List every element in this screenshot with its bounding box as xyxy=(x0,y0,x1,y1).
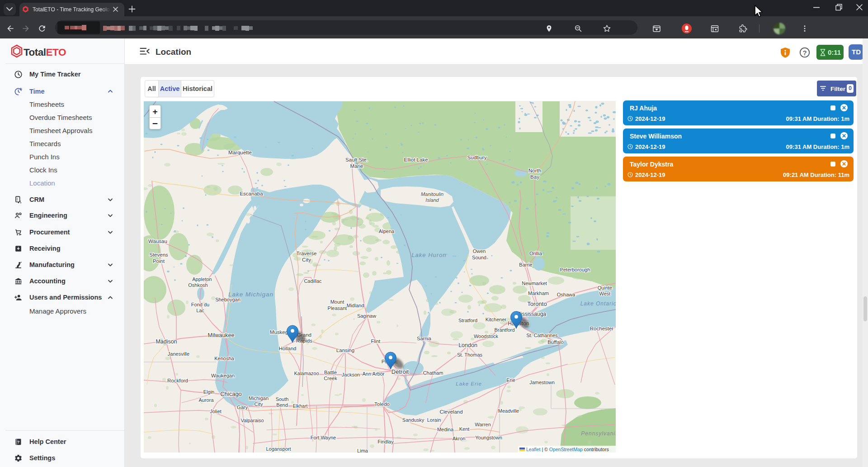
svg-text:Lorain: Lorain xyxy=(427,417,441,423)
svg-text:Fond du: Fond du xyxy=(191,302,209,307)
svg-text:St. Catharines: St. Catharines xyxy=(526,333,558,338)
svg-text:Marie: Marie xyxy=(350,163,363,169)
svg-text:Sandusky: Sandusky xyxy=(402,417,425,423)
svg-text:Oshawa: Oshawa xyxy=(557,292,576,297)
svg-text:Kitchener: Kitchener xyxy=(486,317,507,322)
svg-text:Sound: Sound xyxy=(472,255,486,260)
svg-text:Mount: Mount xyxy=(330,299,344,305)
svg-text:Rochester: Rochester xyxy=(590,326,614,331)
svg-text:Traverse: Traverse xyxy=(297,251,317,256)
svg-text:Flint: Flint xyxy=(371,338,381,344)
svg-text:Holland: Holland xyxy=(279,346,297,351)
svg-text:Alpena: Alpena xyxy=(379,229,395,234)
svg-text:Bend: Bend xyxy=(276,402,288,408)
svg-text:St. Thomas: St. Thomas xyxy=(457,352,483,357)
svg-text:Akron: Akron xyxy=(453,436,466,441)
svg-text:Milwaukee: Milwaukee xyxy=(208,332,234,338)
svg-text:Chatham: Chatham xyxy=(423,370,443,376)
svg-text:Fort Wayne: Fort Wayne xyxy=(311,435,336,440)
svg-text:Cadillac: Cadillac xyxy=(304,278,322,284)
svg-text:Madison: Madison xyxy=(156,338,177,345)
svg-text:Valparaiso: Valparaiso xyxy=(241,418,264,423)
svg-text:Appleton: Appleton xyxy=(192,276,212,282)
svg-text:Marquette: Marquette xyxy=(228,150,252,155)
svg-text:Rockford: Rockford xyxy=(167,378,188,383)
svg-text:Orillia: Orillia xyxy=(529,251,542,256)
svg-text:Lansing: Lansing xyxy=(336,348,354,353)
svg-text:Muskeg: Muskeg xyxy=(270,329,288,335)
svg-text:Newmarket: Newmarket xyxy=(522,281,547,286)
svg-text:Kenosha: Kenosha xyxy=(214,356,234,361)
svg-text:TotalETO: TotalETO xyxy=(24,47,66,58)
svg-text:Peterborough: Peterborough xyxy=(560,267,590,272)
svg-text:Saginaw: Saginaw xyxy=(357,313,376,319)
svg-text:Lake Huron: Lake Huron xyxy=(411,252,446,258)
svg-text:Pleasant: Pleasant xyxy=(328,305,347,311)
svg-text:Lake Michigan: Lake Michigan xyxy=(228,291,274,298)
svg-text:Kalamazoo: Kalamazoo xyxy=(294,371,319,376)
svg-text:North: North xyxy=(528,168,541,173)
svg-text:Erie: Erie xyxy=(506,377,515,383)
svg-text:Sault Ste.: Sault Ste. xyxy=(345,157,368,162)
svg-text:Toronto: Toronto xyxy=(527,300,547,307)
svg-text:Gary: Gary xyxy=(237,405,248,410)
svg-text:Cleveland: Cleveland xyxy=(439,409,462,415)
svg-text:Manitoulin: Manitoulin xyxy=(421,191,443,197)
svg-text:Bay: Bay xyxy=(530,174,539,180)
svg-text:Chicago: Chicago xyxy=(220,391,242,397)
svg-text:Lake Erie: Lake Erie xyxy=(456,381,482,386)
svg-text:Oshkosh: Oshkosh xyxy=(188,282,208,288)
svg-text:Markham: Markham xyxy=(528,291,549,296)
svg-text:Brantford: Brantford xyxy=(494,327,514,333)
svg-text:Warren: Warren xyxy=(475,422,491,427)
svg-text:Elliot Lake: Elliot Lake xyxy=(404,157,428,162)
svg-text:Sudbury: Sudbury xyxy=(467,155,487,160)
svg-text:Wausau: Wausau xyxy=(148,238,167,244)
svg-text:Woodstock: Woodstock xyxy=(474,334,499,339)
svg-text:Findlay: Findlay xyxy=(377,439,394,444)
svg-text:Janesville: Janesville xyxy=(168,351,189,357)
svg-text:Ann Arbor: Ann Arbor xyxy=(363,371,385,376)
svg-text:Joliet: Joliet xyxy=(210,409,222,414)
svg-text:Elgin: Elgin xyxy=(203,389,214,395)
svg-text:Midland: Midland xyxy=(347,303,364,308)
svg-text:Kent: Kent xyxy=(459,426,470,432)
svg-text:Escanaba: Escanaba xyxy=(240,191,263,196)
svg-text:Meadville: Meadville xyxy=(498,408,519,414)
svg-text:Michigan: Michigan xyxy=(249,396,269,401)
svg-text:Island: Island xyxy=(425,197,439,203)
svg-text:Buffalo: Buffalo xyxy=(547,339,564,345)
svg-text:?: ? xyxy=(17,440,20,444)
svg-text:Creek: Creek xyxy=(324,376,337,381)
svg-text:Medina: Medina xyxy=(437,427,454,432)
svg-text:Youngstown: Youngstown xyxy=(475,435,502,440)
svg-text:Detroit: Detroit xyxy=(392,368,409,375)
svg-text:Quinte: Quinte xyxy=(598,285,612,291)
svg-text:Toledo: Toledo xyxy=(374,401,390,407)
svg-text:Sarnia: Sarnia xyxy=(417,336,432,341)
svg-text:City: City xyxy=(302,257,311,262)
svg-text:City: City xyxy=(255,401,263,407)
svg-text:Stratford: Stratford xyxy=(458,318,477,323)
svg-text:Battle: Battle xyxy=(324,370,337,375)
svg-text:Lima: Lima xyxy=(357,448,368,453)
svg-text:Jackson: Jackson xyxy=(342,372,360,377)
svg-text:Point: Point xyxy=(153,258,165,264)
svg-text:Aurora: Aurora xyxy=(198,397,214,403)
svg-text:South: South xyxy=(276,396,289,402)
svg-text:?: ? xyxy=(802,49,807,57)
svg-text:Stevens: Stevens xyxy=(149,252,168,257)
svg-text:Owen: Owen xyxy=(473,248,486,254)
svg-text:Jamestown: Jamestown xyxy=(529,380,555,385)
svg-text:West: West xyxy=(599,291,611,296)
svg-text:Pennsylvania: Pennsylvania xyxy=(581,430,616,437)
svg-text:Logansport: Logansport xyxy=(266,446,291,452)
svg-text:London: London xyxy=(458,342,477,348)
svg-text:Elkhart: Elkhart xyxy=(293,403,308,409)
svg-text:Lake Ontario: Lake Ontario xyxy=(580,300,616,307)
svg-text:Waukegan: Waukegan xyxy=(211,373,235,378)
svg-text:Barrie: Barrie xyxy=(519,262,532,267)
svg-text:Lac: Lac xyxy=(196,308,204,313)
